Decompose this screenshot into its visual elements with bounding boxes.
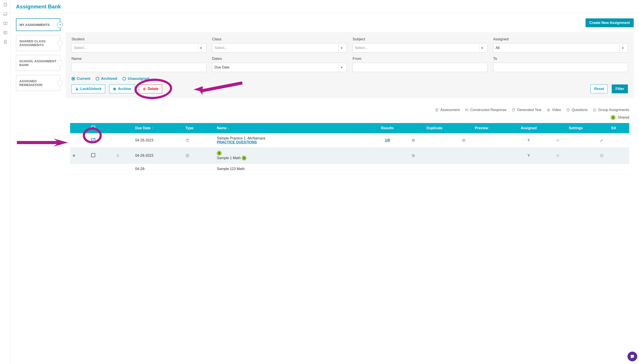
col-name[interactable]: Name ↓	[215, 123, 366, 133]
assigned-label: Assigned	[493, 37, 628, 42]
col-edit[interactable]: Ed	[598, 123, 629, 133]
edit-icon[interactable]	[600, 154, 627, 158]
edit-icon[interactable]	[600, 138, 627, 142]
col-type[interactable]: Type	[183, 123, 215, 133]
svg-rect-13	[412, 139, 414, 141]
side-tab-my-assignments[interactable]: MY ASSIGNMENTS	[16, 18, 60, 31]
filter-button[interactable]: Filter	[612, 84, 628, 93]
svg-rect-1	[4, 13, 7, 15]
assigned-select[interactable]: All▾	[493, 43, 628, 52]
book-open-icon[interactable]	[3, 21, 8, 26]
results-area: Assessment Constructed Response Generate…	[66, 104, 634, 178]
circle-icon	[57, 40, 63, 46]
col-assigned[interactable]: Assigned	[504, 123, 554, 133]
lock-icon[interactable]	[116, 154, 131, 157]
side-tab-school-bank[interactable]: SCHOOL ASSIGNMENT BANK	[16, 55, 60, 71]
class-label: Class	[212, 37, 347, 42]
dates-select[interactable]: Due Date▾	[212, 63, 347, 72]
svg-rect-19	[413, 155, 415, 157]
assignments-table: Due Date ↑ Type Name ↓ Results Duplicate…	[70, 123, 629, 174]
constructed-icon	[465, 108, 469, 112]
presentation-icon[interactable]	[3, 12, 8, 16]
delete-button[interactable]: Delete	[139, 84, 162, 93]
dates-label: Dates	[212, 56, 347, 61]
assessment-icon	[435, 108, 439, 112]
to-input[interactable]	[493, 63, 628, 72]
radio-current[interactable]: Current	[72, 76, 90, 81]
student-select[interactable]: Select...▾	[72, 43, 206, 52]
svg-rect-20	[412, 154, 414, 156]
create-assignment-button[interactable]: Create New Assignment	[585, 18, 634, 27]
building-icon[interactable]	[3, 2, 8, 7]
cell-due-date: 04-28-2023	[133, 148, 183, 164]
svg-rect-17	[117, 156, 119, 157]
sort-up-icon: ↑	[152, 126, 153, 130]
side-tab-shared-class[interactable]: SHARED CLASS ASSIGNMENTS	[16, 35, 60, 51]
subject-label: Subject	[353, 37, 487, 42]
generated-icon	[512, 108, 515, 112]
svg-point-15	[557, 140, 558, 141]
svg-rect-12	[413, 140, 415, 142]
arrow-right-icon	[57, 22, 63, 28]
legend-types: Assessment Constructed Response Generate…	[70, 108, 629, 112]
gear-icon[interactable]	[556, 154, 595, 158]
class-select[interactable]: Select...▾	[212, 43, 347, 52]
cell-due-date: 04-28-2023	[133, 133, 183, 148]
questions-icon	[566, 108, 570, 112]
chevron-down-icon: ▾	[479, 44, 485, 52]
chevron-down-icon: ▾	[339, 44, 344, 52]
sort-down-icon: ↓	[227, 126, 229, 130]
group-icon	[593, 108, 596, 112]
archive-button[interactable]: Archive	[109, 84, 135, 93]
side-tabs: MY ASSIGNMENTS SHARED CLASS ASSIGNMENTS …	[16, 18, 60, 95]
practice-link[interactable]: PRACTICE QUESTIONS	[217, 140, 257, 144]
duplicate-icon[interactable]	[412, 138, 458, 142]
duplicate-icon[interactable]	[412, 154, 458, 158]
cell-name: S Sample 1 Math S	[215, 148, 366, 164]
cell-name: Sample Practice 1 -McNamara PRACTICE QUE…	[215, 133, 366, 148]
side-tab-assigned-remediation[interactable]: ASSIGNED REMEDIATION	[16, 75, 60, 91]
subject-select[interactable]: Select...▾	[353, 43, 487, 52]
row-checkbox[interactable]	[91, 153, 95, 157]
name-input[interactable]	[72, 63, 206, 72]
cell-name: Sample 123 Math	[215, 164, 366, 174]
content: Create New Assignment Student Select...▾…	[66, 18, 634, 178]
cell-type	[183, 133, 215, 148]
chevron-down-icon: ▾	[339, 63, 344, 72]
status-radios: Current Archived Unassigned	[72, 76, 628, 81]
expand-icon[interactable]	[72, 154, 87, 157]
name-label: Name	[72, 56, 206, 61]
page-title: Assignment Bank	[16, 4, 634, 10]
trash-icon	[143, 87, 146, 91]
side-tab-label: MY ASSIGNMENTS	[20, 23, 50, 26]
svg-rect-7	[513, 108, 515, 111]
chevron-down-icon: ▾	[198, 44, 204, 52]
eye-icon[interactable]	[462, 138, 501, 142]
group-icon	[185, 154, 213, 158]
results-link[interactable]: 1/8	[385, 138, 390, 142]
cell-due-date: 04-28-	[133, 164, 183, 174]
select-all-header[interactable]	[89, 123, 114, 133]
circle-icon	[57, 60, 63, 66]
from-input[interactable]	[353, 63, 487, 72]
svg-point-14	[463, 140, 464, 141]
lock-unlock-button[interactable]: Lock/Unlock	[72, 84, 105, 93]
svg-rect-4	[114, 89, 115, 89]
circle-icon	[57, 80, 63, 86]
gear-icon[interactable]	[556, 138, 595, 142]
col-settings[interactable]: Settings	[554, 123, 598, 133]
row-checkbox[interactable]	[91, 138, 95, 142]
help-fab[interactable]	[627, 352, 637, 361]
shared-badge-icon: S	[242, 156, 246, 160]
col-duplicate[interactable]: Duplicate	[409, 123, 460, 133]
col-due-date[interactable]: Due Date ↑	[133, 123, 183, 133]
col-preview[interactable]: Preview	[460, 123, 503, 133]
reset-button[interactable]: Reset	[590, 84, 608, 93]
notebook-icon[interactable]	[3, 30, 8, 35]
side-tab-label: SCHOOL ASSIGNMENT BANK	[19, 59, 57, 67]
radio-archived[interactable]: Archived	[96, 76, 117, 81]
document-icon[interactable]	[3, 40, 8, 44]
col-results[interactable]: Results	[366, 123, 409, 133]
legend-shared: S Shared	[70, 115, 629, 120]
radio-unassigned[interactable]: Unassigned	[123, 76, 149, 81]
